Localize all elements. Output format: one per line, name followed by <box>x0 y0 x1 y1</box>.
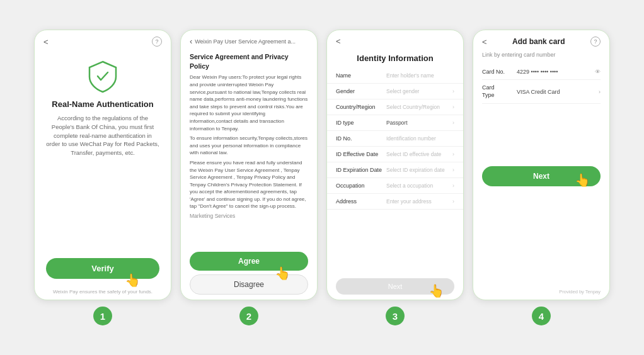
step-badge-3: 3 <box>386 307 405 325</box>
form-value-4: Identification number <box>386 135 454 142</box>
form-arrow-8: › <box>452 198 454 205</box>
verify-button[interactable]: Verify <box>46 258 159 279</box>
screen3-footer: Next 👆 <box>327 273 463 300</box>
screen2-wrapper: ‹ Weixin Pay User Service Agreement a...… <box>180 30 318 325</box>
screen2-marketing: Marketing Services <box>190 213 308 220</box>
form-arrow-7: › <box>452 183 454 189</box>
step-badge-2: 2 <box>239 307 258 325</box>
form-value-1: Select gender <box>386 88 452 94</box>
card-no-field[interactable]: Card No. 4229 •••• •••• •••• 👁 <box>482 64 601 80</box>
step-badge-1: 1 <box>93 307 112 325</box>
form-row-2[interactable]: Country/Region Select Country/Region › <box>327 99 463 115</box>
screen4-next-area: Next 👆 <box>473 155 609 189</box>
eye-icon[interactable]: 👁 <box>595 69 601 75</box>
next-button-3[interactable]: Next <box>336 278 454 295</box>
screen2-header-text: Weixin Pay User Service Agreement a... <box>192 38 298 45</box>
agree-button[interactable]: Agree <box>190 252 308 271</box>
screen3-title-area: Identity Information <box>327 48 463 65</box>
form-arrow-5: › <box>452 151 454 157</box>
disagree-button[interactable]: Disagree <box>190 274 308 295</box>
screen3-phone: < Identity Information Name Enter holder… <box>326 30 464 300</box>
screen4-title: Add bank card <box>487 37 590 46</box>
screen2-body: Service Agreement and Privacy Policy Dea… <box>181 48 317 247</box>
next-button-4[interactable]: Next <box>482 166 601 186</box>
screen1-header: < ? <box>35 30 171 49</box>
help-button-4[interactable]: ? <box>590 37 601 47</box>
screen2-buttons: Agree 👆 Disagree <box>181 247 317 300</box>
card-no-value: 4229 •••• •••• •••• <box>517 69 595 75</box>
form-row-0[interactable]: Name Enter holder's name <box>327 68 463 84</box>
screen3-wrapper: < Identity Information Name Enter holder… <box>326 30 464 325</box>
form-label-8: Address <box>336 198 386 205</box>
step-badge-4: 4 <box>532 307 551 325</box>
back-button-1[interactable]: < <box>43 37 49 47</box>
shield-icon <box>86 59 120 93</box>
form-value-2: Select Country/Region <box>386 104 452 110</box>
screen3-body: Name Enter holder's name Gender Select g… <box>327 65 463 273</box>
form-row-7[interactable]: Occupation Select a occupation › <box>327 178 463 194</box>
screen1-phone: < ? Real-Name Authentication According t… <box>34 30 171 300</box>
form-arrow-1: › <box>452 88 454 94</box>
form-label-3: ID type <box>336 120 386 126</box>
back-button-3[interactable]: < <box>336 37 341 46</box>
form-label-6: ID Expiration Date <box>336 167 386 173</box>
card-type-value: VISA Credit Card <box>517 89 599 95</box>
card-no-label: Card No. <box>482 69 517 75</box>
screen2-section-title: Service Agreement and Privacy Policy <box>190 52 308 70</box>
screen1-footer: Weixin Pay ensures the safety of your fu… <box>35 285 171 300</box>
screen4-body: Link by entering card number Card No. 42… <box>473 49 609 155</box>
form-label-5: ID Effective Date <box>336 151 386 157</box>
form-label-1: Gender <box>336 88 386 94</box>
form-value-0: Enter holder's name <box>386 72 454 79</box>
form-arrow-3: › <box>452 120 454 126</box>
form-arrow-2: › <box>452 104 454 110</box>
main-container: < ? Real-Name Authentication According t… <box>21 17 623 338</box>
screen1-desc: According to the regulations of the Peop… <box>46 114 159 157</box>
form-label-2: Country/Region <box>336 104 386 110</box>
screen4-phone: < Add bank card ? Link by entering card … <box>473 30 610 300</box>
form-arrow-6: › <box>452 167 454 173</box>
screen3-title: Identity Information <box>336 54 454 63</box>
screen2-phone: ‹ Weixin Pay User Service Agreement a...… <box>180 30 318 300</box>
help-button-1[interactable]: ? <box>152 37 162 47</box>
screen4-subtitle: Link by entering card number <box>482 52 601 58</box>
form-row-6[interactable]: ID Expiration Date Select ID expiration … <box>327 162 463 178</box>
form-label-7: Occupation <box>336 183 386 189</box>
form-row-1[interactable]: Gender Select gender › <box>327 84 463 99</box>
screen4-header: < Add bank card ? <box>473 30 609 49</box>
screen2-header: ‹ Weixin Pay User Service Agreement a... <box>181 30 317 48</box>
form-row-4[interactable]: ID No. Identification number <box>327 131 463 147</box>
card-type-label: CardType <box>482 84 517 99</box>
form-label-4: ID No. <box>336 135 386 142</box>
form-row-3[interactable]: ID type Passport › <box>327 115 463 131</box>
form-row-8[interactable]: Address Enter your address › <box>327 194 463 210</box>
form-row-5[interactable]: ID Effective Date Select ID effective da… <box>327 147 463 162</box>
screen2-para3: Please ensure you have read and fully un… <box>190 159 308 210</box>
form-value-8: Enter your address <box>386 198 452 205</box>
screen3-header: < <box>327 30 463 48</box>
back-button-4[interactable]: < <box>482 37 487 47</box>
form-value-6: Select ID expiration date <box>386 167 452 173</box>
form-label-0: Name <box>336 72 386 79</box>
card-type-field[interactable]: CardType VISA Credit Card › <box>482 80 601 104</box>
screen4-footer: Provided by Tenpay <box>473 286 609 300</box>
screen1-title: Real-Name Authentication <box>52 99 153 109</box>
screen2-para2: To ensure information security,Tenpay co… <box>190 135 308 157</box>
form-value-7: Select a occupation <box>386 183 452 189</box>
screen1-wrapper: < ? Real-Name Authentication According t… <box>34 30 171 325</box>
screen2-para1: Dear Weixin Pay users:To protect your le… <box>190 74 308 132</box>
form-value-5: Select ID effective date <box>386 151 452 157</box>
form-value-3: Passport <box>386 120 452 126</box>
screen1-body: Real-Name Authentication According to th… <box>35 49 171 285</box>
arrow-icon[interactable]: › <box>599 89 601 95</box>
screen4-wrapper: < Add bank card ? Link by entering card … <box>473 30 610 325</box>
